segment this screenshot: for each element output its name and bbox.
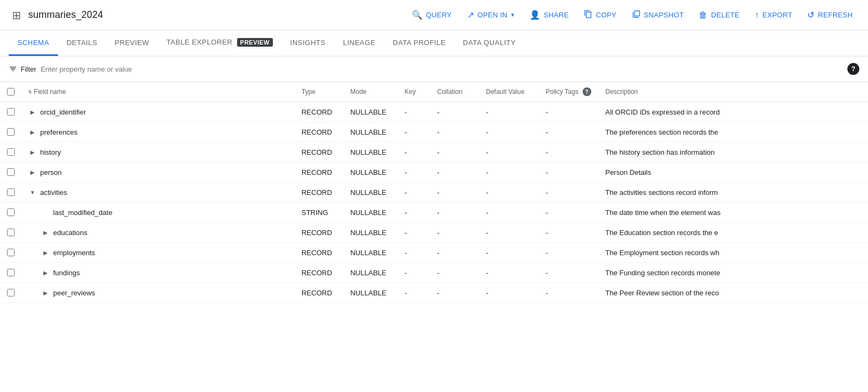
row-checkbox[interactable] xyxy=(7,208,15,216)
cell-collation: - xyxy=(431,142,480,162)
cell-policy_tags: - xyxy=(539,283,599,303)
copy-button[interactable]: COPY xyxy=(577,7,623,24)
snapshot-button[interactable]: SNAPSHOT xyxy=(626,7,691,24)
tab-data-quality[interactable]: DATA QUALITY xyxy=(454,31,524,56)
expand-btn[interactable]: ▶ xyxy=(41,228,50,237)
cell-description: The Education section records the e xyxy=(599,223,868,243)
cell-type: STRING xyxy=(295,203,344,223)
expand-btn[interactable]: ▶ xyxy=(41,248,50,257)
col-fieldname-header[interactable]: ⇅ Field name xyxy=(22,82,295,102)
cell-default_value: - xyxy=(480,203,539,223)
filter-bar: Filter ? xyxy=(0,56,868,82)
tab-lineage[interactable]: LINEAGE xyxy=(334,31,384,56)
col-checkbox-header xyxy=(0,82,22,102)
cell-collation: - xyxy=(431,283,480,303)
select-all-checkbox[interactable] xyxy=(7,88,15,96)
cell-description: The Funding section records monete xyxy=(599,263,868,283)
cell-mode: NULLABLE xyxy=(344,223,398,243)
cell-collation: - xyxy=(431,203,480,223)
share-button[interactable]: 👤 SHARE xyxy=(523,7,576,23)
row-checkbox[interactable] xyxy=(7,168,15,176)
expand-btn[interactable]: ▶ xyxy=(28,108,37,116)
row-checkbox[interactable] xyxy=(7,108,15,116)
export-icon: ↑ xyxy=(755,10,759,20)
field-name: peer_reviews xyxy=(53,289,95,297)
row-checkbox[interactable] xyxy=(7,229,15,236)
cell-collation: - xyxy=(431,102,480,122)
cell-policy_tags: - xyxy=(539,122,599,142)
tab-table-explorer[interactable]: TABLE EXPLORER PREVIEW xyxy=(158,30,282,56)
field-name: activities xyxy=(40,188,67,197)
cell-key: - xyxy=(398,203,431,223)
field-name: person xyxy=(40,168,62,176)
table-body: ▶orcid_identifierRECORDNULLABLE----All O… xyxy=(0,102,868,303)
table-row: ▶preferencesRECORDNULLABLE----The prefer… xyxy=(0,122,868,142)
cell-policy_tags: - xyxy=(539,142,599,162)
cell-type: RECORD xyxy=(295,263,344,283)
tab-schema[interactable]: SCHEMA xyxy=(9,31,58,56)
table-row: ▶historyRECORDNULLABLE----The history se… xyxy=(0,142,868,162)
col-key-header: Key xyxy=(398,82,431,102)
export-button[interactable]: ↑ EXPORT xyxy=(748,7,799,23)
cell-mode: NULLABLE xyxy=(344,203,398,223)
cell-default_value: - xyxy=(480,182,539,203)
row-checkbox[interactable] xyxy=(7,269,15,276)
cell-mode: NULLABLE xyxy=(344,283,398,303)
query-icon: 🔍 xyxy=(412,10,423,20)
policy-help-icon[interactable]: ? xyxy=(583,87,591,96)
cell-type: RECORD xyxy=(295,283,344,303)
row-checkbox[interactable] xyxy=(7,249,15,256)
tab-insights[interactable]: INSIGHTS xyxy=(282,31,334,56)
expand-btn[interactable]: ▶ xyxy=(28,148,37,156)
cell-default_value: - xyxy=(480,263,539,283)
expand-btn[interactable]: ▶ xyxy=(41,288,50,297)
table-row: ▼activitiesRECORDNULLABLE----The activit… xyxy=(0,182,868,203)
cell-type: RECORD xyxy=(295,223,344,243)
row-checkbox[interactable] xyxy=(7,289,15,296)
row-checkbox[interactable] xyxy=(7,128,15,136)
row-checkbox[interactable] xyxy=(7,148,15,156)
field-name: preferences xyxy=(40,128,78,136)
tab-data-profile[interactable]: DATA PROFILE xyxy=(384,31,454,56)
collapse-btn[interactable]: ▼ xyxy=(28,188,37,197)
delete-button[interactable]: 🗑 DELETE xyxy=(692,7,746,23)
query-button[interactable]: 🔍 QUERY xyxy=(405,7,458,23)
sort-icon: ⇅ xyxy=(28,90,32,94)
table-row: ▶fundingsRECORDNULLABLE----The Funding s… xyxy=(0,263,868,283)
open-in-icon: ↗ xyxy=(467,10,474,20)
cell-description: The Employment section records wh xyxy=(599,243,868,263)
cell-collation: - xyxy=(431,122,480,142)
expand-btn[interactable]: ▶ xyxy=(41,268,50,277)
cell-key: - xyxy=(398,142,431,162)
filter-help-icon[interactable]: ? xyxy=(847,63,859,75)
cell-policy_tags: - xyxy=(539,203,599,223)
cell-mode: NULLABLE xyxy=(344,162,398,182)
share-icon: 👤 xyxy=(529,10,540,20)
refresh-button[interactable]: ↺ REFRESH xyxy=(801,7,859,23)
cell-mode: NULLABLE xyxy=(344,142,398,162)
filter-input[interactable] xyxy=(41,65,843,73)
cell-key: - xyxy=(398,182,431,203)
cell-mode: NULLABLE xyxy=(344,263,398,283)
table-icon: ⊞ xyxy=(9,8,24,23)
cell-policy_tags: - xyxy=(539,102,599,122)
cell-collation: - xyxy=(431,182,480,203)
open-in-button[interactable]: ↗ OPEN IN xyxy=(461,7,521,23)
tab-details[interactable]: DETAILS xyxy=(58,31,106,56)
cell-default_value: - xyxy=(480,162,539,182)
table-title: summaries_2024 xyxy=(28,9,103,21)
copy-icon xyxy=(584,10,592,21)
cell-collation: - xyxy=(431,243,480,263)
cell-key: - xyxy=(398,122,431,142)
expand-btn[interactable]: ▶ xyxy=(28,168,37,176)
cell-description: Person Details xyxy=(599,162,868,182)
cell-type: RECORD xyxy=(295,122,344,142)
expand-btn[interactable]: ▶ xyxy=(28,128,37,136)
schema-table-wrapper: ⇅ Field name Type Mode Key Collation Def… xyxy=(0,82,868,303)
tab-preview[interactable]: PREVIEW xyxy=(106,31,157,56)
row-checkbox[interactable] xyxy=(7,188,15,196)
cell-key: - xyxy=(398,243,431,263)
col-type-header: Type xyxy=(295,82,344,102)
cell-default_value: - xyxy=(480,142,539,162)
field-name: educations xyxy=(53,229,87,237)
